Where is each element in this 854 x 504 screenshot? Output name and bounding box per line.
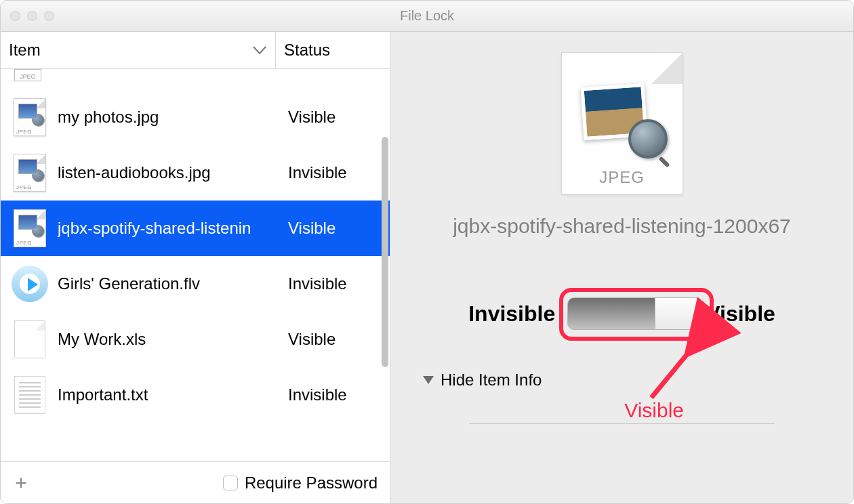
annotation-label: Visible bbox=[624, 399, 684, 422]
file-status: Visible bbox=[288, 219, 390, 238]
file-icon bbox=[12, 321, 48, 358]
table-row[interactable]: My Work.xls Visible bbox=[1, 312, 390, 367]
require-password-toggle[interactable]: Require Password bbox=[223, 474, 378, 492]
file-status: Invisible bbox=[288, 274, 390, 293]
column-header: Item Status bbox=[1, 32, 390, 69]
hide-item-info-label: Hide Item Info bbox=[441, 371, 542, 390]
column-status[interactable]: Status bbox=[276, 32, 390, 68]
divider bbox=[469, 423, 775, 424]
file-list-pane: Item Status JPEG JPEG my photos.jpg Visi… bbox=[1, 32, 390, 503]
toggle-knob[interactable] bbox=[655, 298, 702, 329]
visibility-toggle-wrap: Invisible Visible Visible bbox=[468, 297, 775, 330]
checkbox-icon[interactable] bbox=[223, 476, 238, 490]
column-status-label: Status bbox=[284, 41, 330, 60]
table-row[interactable]: JPEG bbox=[1, 69, 390, 89]
svg-line-0 bbox=[651, 352, 689, 398]
table-row[interactable]: Important.txt Invisible bbox=[1, 367, 390, 423]
table-row-selected[interactable]: JPEG jqbx-spotify-shared-listenin Visibl… bbox=[1, 201, 390, 256]
minimize-icon[interactable] bbox=[27, 11, 37, 21]
jpeg-file-icon: JPEG bbox=[12, 99, 48, 135]
file-status: Invisible bbox=[288, 163, 390, 182]
detail-filename: jqbx-spotify-shared-listening-1200x67 bbox=[453, 215, 791, 238]
annotation-arrow: Visible bbox=[624, 348, 733, 415]
toggle-label-invisible: Invisible bbox=[468, 301, 555, 327]
chevron-down-icon bbox=[252, 45, 267, 55]
window-controls bbox=[10, 11, 54, 21]
video-file-icon bbox=[12, 266, 48, 302]
jpeg-file-icon: JPEG bbox=[12, 154, 48, 191]
table-row[interactable]: JPEG listen-audiobooks.jpg Invisible bbox=[1, 145, 390, 201]
titlebar: File Lock bbox=[1, 1, 853, 32]
triangle-down-icon bbox=[423, 376, 434, 384]
table-row[interactable]: JPEG my photos.jpg Visible bbox=[1, 89, 390, 145]
jpeg-file-icon: JPEG bbox=[14, 69, 41, 81]
text-file-icon bbox=[12, 377, 48, 413]
hide-item-info[interactable]: Hide Item Info bbox=[423, 371, 542, 390]
table-row[interactable]: Girls' Generation.flv Invisible bbox=[1, 256, 390, 312]
file-name: My Work.xls bbox=[58, 330, 288, 349]
file-name: Important.txt bbox=[58, 385, 288, 404]
add-button[interactable]: + bbox=[1, 462, 41, 503]
file-name: jqbx-spotify-shared-listenin bbox=[58, 219, 288, 238]
file-name: Girls' Generation.flv bbox=[58, 274, 288, 293]
visibility-toggle[interactable] bbox=[567, 297, 703, 330]
filetype-label: JPEG bbox=[562, 168, 683, 187]
file-status: Visible bbox=[288, 330, 390, 349]
toggle-label-visible: Visible bbox=[706, 301, 775, 327]
left-footer: + Require Password bbox=[1, 461, 390, 503]
file-name: listen-audiobooks.jpg bbox=[58, 163, 288, 182]
column-item-label: Item bbox=[9, 41, 41, 60]
require-password-label: Require Password bbox=[245, 474, 378, 492]
file-status: Invisible bbox=[288, 385, 390, 404]
preview-icon: JPEG bbox=[561, 52, 683, 194]
jpeg-file-icon: JPEG bbox=[12, 210, 48, 247]
window-title: File Lock bbox=[400, 8, 454, 24]
file-status: Visible bbox=[288, 108, 390, 127]
column-item[interactable]: Item bbox=[1, 32, 276, 68]
scrollbar[interactable] bbox=[382, 137, 388, 367]
file-list: JPEG JPEG my photos.jpg Visible JPEG lis… bbox=[1, 69, 390, 461]
close-icon[interactable] bbox=[10, 11, 20, 21]
file-name: my photos.jpg bbox=[58, 108, 288, 127]
zoom-icon[interactable] bbox=[44, 11, 54, 21]
detail-pane: JPEG jqbx-spotify-shared-listening-1200x… bbox=[390, 32, 853, 503]
